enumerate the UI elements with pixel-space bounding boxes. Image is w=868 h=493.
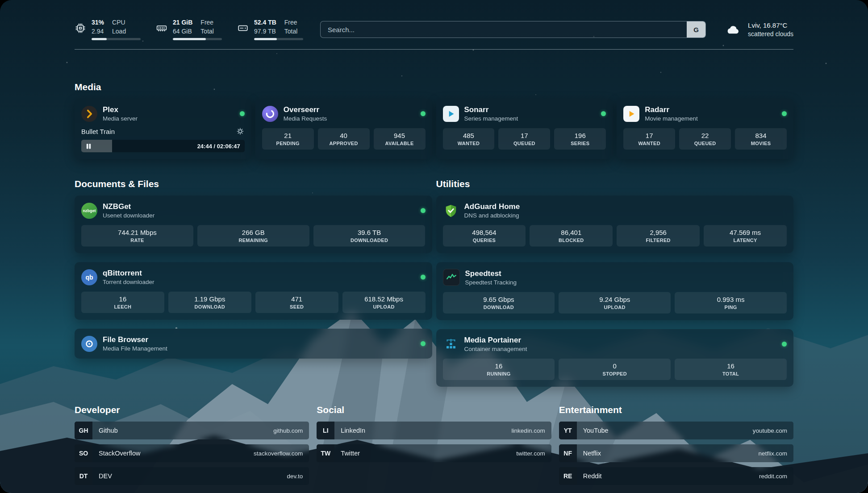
- adguard-card[interactable]: AdGuard Home DNS and adblocking 498,564 …: [436, 196, 794, 253]
- gear-icon[interactable]: [236, 127, 245, 136]
- radarr-card[interactable]: Radarr Movie management 17 WANTED 22 QUE…: [617, 99, 793, 159]
- playback-time: 24:44 / 02:06:47: [197, 143, 240, 150]
- bookmark-github[interactable]: GH Github github.com: [75, 422, 309, 439]
- stat-label: PENDING: [276, 141, 300, 146]
- status-dot: [601, 111, 606, 116]
- stat-downloaded: 39.6 TB DOWNLOADED: [313, 225, 426, 246]
- youtube-icon: YT: [559, 422, 577, 439]
- bookmark-name: Reddit: [583, 472, 759, 480]
- stat-latency: 47.569 ms LATENCY: [704, 225, 787, 246]
- nzbget-icon: nzbget: [81, 203, 97, 219]
- app-desc: Torrent downloader: [103, 279, 415, 285]
- topbar-divider: [75, 49, 793, 50]
- stat-label: DOWNLOAD: [484, 305, 514, 310]
- stat-queued: 22 QUEUED: [679, 128, 731, 150]
- qbittorrent-icon-label: qb: [85, 274, 93, 281]
- stat-ping: 0.993 ms PING: [675, 292, 787, 313]
- bookmark-url: linkedin.com: [512, 427, 545, 434]
- stat-label: REMAINING: [238, 238, 268, 243]
- bookmark-name: LinkedIn: [341, 427, 511, 434]
- app-name: Overseerr: [284, 105, 415, 114]
- dashboard-screen: 31% 2.94 CPU Load: [0, 0, 868, 493]
- stat-label: DOWNLOAD: [195, 304, 225, 309]
- search-bar: G: [320, 21, 706, 38]
- search-input[interactable]: [320, 21, 706, 38]
- qbittorrent-card[interactable]: qb qBittorrent Torrent downloader 16 LEE…: [75, 262, 432, 320]
- pause-icon[interactable]: [85, 143, 92, 150]
- stat-value: 86,401: [561, 229, 581, 236]
- adguard-icon: [443, 203, 459, 219]
- bookmark-reddit[interactable]: RE Reddit reddit.com: [559, 467, 793, 485]
- stat-rate: 744.21 Mbps RATE: [81, 225, 193, 246]
- bookmark-stackoverflow[interactable]: SO StackOverflow stackoverflow.com: [75, 444, 309, 462]
- app-name: Radarr: [645, 105, 776, 114]
- sonarr-card[interactable]: Sonarr Series management 485 WANTED 17 Q…: [436, 99, 613, 159]
- stackoverflow-icon: SO: [75, 444, 92, 462]
- cpu-metric: 31% 2.94 CPU Load: [75, 19, 141, 40]
- stat-value: 485: [463, 132, 474, 139]
- app-desc: Movie management: [645, 115, 776, 122]
- filebrowser-card[interactable]: File Browser Media File Management: [75, 329, 432, 359]
- stat-label: RUNNING: [487, 371, 510, 376]
- reddit-icon: RE: [559, 467, 577, 485]
- cpu-progress-bar: [92, 38, 141, 40]
- bookmark-youtube[interactable]: YT YouTube youtube.com: [559, 422, 793, 439]
- ram-metric: 21 GiB 64 GiB Free Total: [156, 19, 222, 40]
- stat-value: 9.24 Gbps: [599, 296, 630, 303]
- dashboard-content: 31% 2.94 CPU Load: [0, 0, 868, 493]
- status-dot: [421, 111, 426, 116]
- speedtest-card[interactable]: Speedtest Speedtest Tracking 9.65 Gbps D…: [436, 262, 794, 320]
- stat-download: 9.65 Gbps DOWNLOAD: [443, 292, 555, 313]
- cpu-label-top: CPU: [112, 19, 126, 27]
- social-section-title: Social: [317, 405, 551, 415]
- stat-wanted: 485 WANTED: [443, 128, 495, 150]
- plex-card[interactable]: Plex Media server Bullet Train: [75, 99, 251, 159]
- bookmark-url: github.com: [273, 427, 303, 434]
- twitter-icon: TW: [317, 444, 334, 462]
- stat-available: 945 AVAILABLE: [374, 128, 426, 150]
- app-name: File Browser: [103, 335, 415, 344]
- stat-download: 1.19 Gbps DOWNLOAD: [168, 292, 251, 313]
- stat-value: 21: [284, 132, 292, 139]
- disk-progress-bar: [254, 38, 303, 40]
- stat-label: FILTERED: [646, 238, 671, 243]
- bookmark-group-entertainment: Entertainment YT YouTube youtube.com NF …: [559, 405, 793, 485]
- nzbget-card[interactable]: nzbget NZBGet Usenet downloader 744.21 M…: [75, 196, 432, 253]
- stat-label: QUEUED: [513, 141, 535, 146]
- app-desc: Usenet downloader: [103, 212, 415, 219]
- cpu-label-bottom: Load: [112, 28, 126, 36]
- stat-stopped: 0 STOPPED: [559, 359, 671, 380]
- ram-progress-bar: [173, 38, 222, 40]
- github-icon: GH: [75, 422, 92, 439]
- bookmark-name: YouTube: [583, 427, 753, 434]
- stat-label: QUEUED: [694, 141, 716, 146]
- stat-wanted: 17 WANTED: [623, 128, 675, 150]
- portainer-card[interactable]: Media Portainer Container management 16 …: [436, 329, 794, 387]
- bookmark-twitter[interactable]: TW Twitter twitter.com: [317, 444, 551, 462]
- bookmark-dev[interactable]: DT DEV dev.to: [75, 467, 309, 485]
- bookmark-url: twitter.com: [516, 450, 545, 457]
- bookmark-netflix[interactable]: NF Netflix netflix.com: [559, 444, 793, 462]
- stat-value: 39.6 TB: [358, 229, 381, 236]
- plex-icon: [81, 106, 97, 122]
- status-dot: [421, 208, 426, 213]
- overseerr-card[interactable]: Overseerr Media Requests 21 PENDING 40 A…: [255, 99, 432, 159]
- app-desc: Media server: [103, 115, 234, 122]
- stat-label: MOVIES: [751, 141, 771, 146]
- section-documents-files: Documents & Files nzbget NZBGet Usenet d…: [75, 179, 432, 359]
- app-name: AdGuard Home: [464, 202, 787, 211]
- qbittorrent-icon: qb: [81, 269, 97, 285]
- bookmark-linkedin[interactable]: LI LinkedIn linkedin.com: [317, 422, 551, 439]
- stat-label: UPLOAD: [604, 305, 626, 310]
- stat-label: UPLOAD: [373, 304, 394, 309]
- bookmark-name: Github: [99, 427, 273, 434]
- stat-value: 47.569 ms: [730, 229, 761, 236]
- app-name: Sonarr: [464, 105, 596, 114]
- search-engine-button[interactable]: G: [687, 21, 705, 38]
- ram-free: 21 GiB: [173, 19, 192, 27]
- stat-value: 0.993 ms: [717, 296, 745, 303]
- stat-label: AVAILABLE: [385, 141, 414, 146]
- topbar: 31% 2.94 CPU Load: [75, 18, 793, 41]
- stat-label: WANTED: [638, 141, 660, 146]
- section-media: Media Plex Media server: [75, 82, 793, 159]
